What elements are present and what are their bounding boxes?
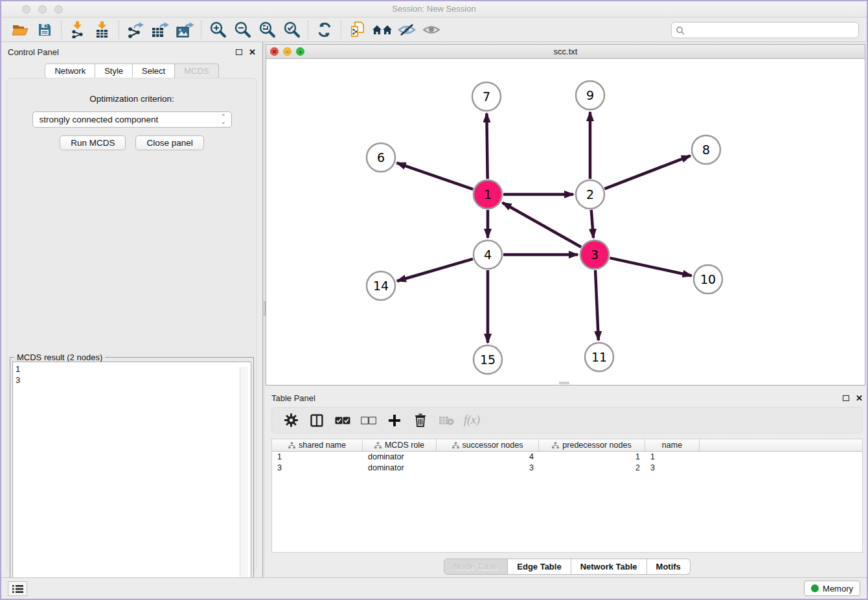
delete-column-button[interactable]: [412, 412, 429, 429]
export-table-icon: [151, 21, 169, 38]
table-cell[interactable]: dominator: [363, 452, 437, 463]
column-header-predecessor-nodes[interactable]: predecessor nodes: [539, 439, 645, 451]
zoom-out-button[interactable]: [230, 19, 255, 40]
select-stepper-icon: ⌃⌄: [221, 115, 226, 124]
network-graph[interactable]: 7968124314101511: [266, 59, 865, 385]
column-header-successor-nodes[interactable]: successor nodes: [437, 439, 539, 451]
zoom-selected-button[interactable]: [279, 19, 304, 40]
close-table-panel-icon[interactable]: ✕: [856, 394, 863, 402]
table-settings-button[interactable]: [282, 412, 299, 429]
zoom-fit-button[interactable]: [255, 19, 279, 40]
edge-2-8[interactable]: [604, 156, 690, 189]
column-header-shared-name[interactable]: shared name: [272, 439, 363, 451]
tab-network-table[interactable]: Network Table: [571, 559, 647, 575]
show-columns-button[interactable]: [308, 412, 325, 429]
float-panel-icon[interactable]: [236, 49, 242, 55]
edge-2-3[interactable]: [591, 210, 593, 238]
network-canvas[interactable]: 7968124314101511: [266, 59, 865, 385]
select-all-button[interactable]: [334, 412, 351, 429]
select-all-icon: [335, 417, 350, 424]
export-network-button[interactable]: [123, 19, 148, 40]
add-column-button[interactable]: [386, 412, 403, 429]
titlebar: Session: New Session: [1, 1, 867, 17]
close-panel-button[interactable]: Close panel: [135, 135, 203, 150]
column-label: successor nodes: [463, 441, 523, 450]
show-eye-button[interactable]: [419, 19, 444, 40]
deselect-all-button[interactable]: [360, 412, 377, 429]
edge-1-7[interactable]: [486, 113, 487, 179]
export-image-button[interactable]: [172, 19, 197, 40]
open-file-button[interactable]: [8, 19, 32, 40]
function-builder-button[interactable]: f(x): [464, 413, 480, 427]
graph-node-label-8: 8: [702, 143, 710, 157]
table-cell[interactable]: 2: [539, 463, 645, 474]
graph-node-label-4: 4: [484, 248, 492, 262]
edge-4-14[interactable]: [397, 259, 473, 281]
run-mcds-button[interactable]: Run MCDS: [60, 135, 126, 150]
network-window-titlebar[interactable]: ✕ − ＋ scc.txt: [266, 45, 865, 59]
table-cell[interactable]: dominator: [363, 463, 437, 474]
search-input[interactable]: [685, 26, 854, 35]
memory-label: Memory: [823, 584, 853, 594]
table-row[interactable]: 3dominator323: [272, 463, 862, 474]
result-scrollbar[interactable]: [240, 367, 248, 594]
tab-motifs[interactable]: Motifs: [647, 559, 691, 575]
table-row[interactable]: 1dominator411: [272, 452, 862, 463]
gear-icon: [284, 413, 298, 427]
hide-eye-button[interactable]: [394, 19, 419, 40]
result-line: 1: [16, 363, 248, 375]
delete-table-icon: [439, 415, 454, 426]
edge-1-6[interactable]: [397, 163, 474, 189]
toolbar-separator: [201, 21, 201, 39]
zoom-in-button[interactable]: [205, 19, 230, 40]
table-cell[interactable]: 3: [272, 463, 363, 474]
table-panel: Table Panel ✕: [265, 388, 868, 580]
delete-table-button[interactable]: [438, 412, 455, 429]
graph-node-label-1: 1: [484, 187, 492, 202]
criterion-select[interactable]: strongly connected component ⌃⌄: [32, 111, 232, 128]
import-table-button[interactable]: [90, 19, 115, 40]
canvas-resize-grip[interactable]: [559, 382, 569, 384]
copy-network-button[interactable]: [345, 19, 370, 40]
import-network-button[interactable]: [65, 19, 90, 40]
columns-icon: [310, 414, 323, 427]
table-tabs: Node Table Edge Table Network Table Moti…: [265, 559, 868, 575]
home-views-button[interactable]: [370, 19, 394, 40]
table-cell[interactable]: 3: [437, 463, 539, 474]
memory-button[interactable]: Memory: [804, 581, 860, 596]
export-table-button[interactable]: [148, 19, 172, 40]
refresh-button[interactable]: [312, 19, 337, 40]
zoom-selected-icon: [283, 21, 300, 38]
task-history-button[interactable]: [8, 581, 27, 596]
float-table-panel-icon[interactable]: [843, 395, 849, 401]
tab-edge-table[interactable]: Edge Table: [508, 559, 571, 575]
edge-3-11[interactable]: [595, 270, 599, 340]
tab-mcds[interactable]: MCDS: [175, 63, 218, 78]
column-label: predecessor nodes: [562, 441, 631, 450]
node-table: shared nameMCDS rolesuccessor nodesprede…: [271, 439, 863, 553]
zoom-out-icon: [234, 21, 251, 38]
mcds-result-list[interactable]: 1 3: [12, 362, 251, 597]
tab-style[interactable]: Style: [95, 63, 133, 78]
hide-eye-icon: [398, 23, 416, 37]
refresh-icon: [316, 21, 333, 38]
table-cell[interactable]: 1: [272, 452, 363, 463]
toolbar-separator: [341, 21, 341, 39]
network-view-window: ✕ − ＋ scc.txt 7968124314101511: [266, 44, 865, 386]
column-label: name: [662, 441, 682, 450]
edge-3-1[interactable]: [503, 203, 581, 247]
table-cell[interactable]: 1: [645, 452, 700, 463]
table-cell[interactable]: 1: [539, 452, 645, 463]
column-header-MCDS-role[interactable]: MCDS role: [363, 439, 437, 451]
plus-icon: [388, 414, 401, 427]
edge-3-10[interactable]: [610, 258, 691, 275]
tab-network[interactable]: Network: [45, 63, 95, 78]
column-header-name[interactable]: name: [645, 439, 700, 451]
table-cell[interactable]: 3: [645, 463, 700, 474]
save-session-button[interactable]: [32, 19, 57, 40]
table-cell[interactable]: 4: [437, 452, 539, 463]
tab-node-table[interactable]: Node Table: [444, 559, 508, 575]
table-body: 1dominator4113dominator323: [272, 452, 862, 474]
tab-select[interactable]: Select: [133, 63, 175, 78]
close-panel-icon[interactable]: ✕: [249, 48, 256, 56]
